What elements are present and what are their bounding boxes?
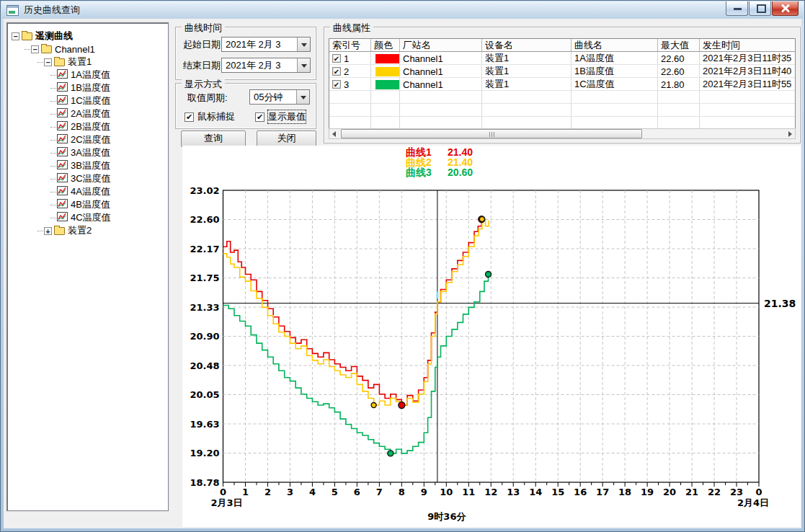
- max-cell: 22.60: [658, 65, 700, 77]
- query-button[interactable]: 查询: [181, 130, 246, 147]
- minimize-button[interactable]: [726, 1, 748, 16]
- x-tick-label: 20: [663, 487, 676, 497]
- window-title: 历史曲线查询: [24, 4, 80, 17]
- close-button[interactable]: [772, 1, 799, 16]
- x-tick-label: 14: [529, 487, 542, 497]
- tree-connector: [50, 127, 56, 128]
- curve-icon: [57, 121, 68, 133]
- legend-value: 21.40: [448, 157, 473, 167]
- table-row[interactable]: ✔1Channel1装置11A温度值22.602021年2月3日11时35: [329, 52, 795, 65]
- y-tick-label: 18.78: [190, 477, 219, 488]
- tree-item-4A温度值[interactable]: 4A温度值: [7, 185, 168, 198]
- start-date-value: 2021年 2月 3: [222, 38, 297, 51]
- x-tick-label: 6: [354, 487, 360, 497]
- crosshair-time-label: 9时36分: [427, 511, 466, 522]
- empty-cell: [658, 104, 700, 116]
- tree-item-1A温度值[interactable]: 1A温度值: [7, 68, 168, 81]
- color-swatch: [375, 80, 399, 89]
- show-extremes-label: 显示最值: [268, 110, 306, 123]
- crosshair-value-label: 21.38: [764, 298, 796, 309]
- grip-icon: [492, 132, 492, 137]
- tree-item-label: 1A温度值: [71, 68, 110, 81]
- start-date-dropdown-button[interactable]: [297, 37, 310, 51]
- period-combobox[interactable]: 05分钟: [249, 89, 310, 105]
- empty-cell: [700, 91, 796, 103]
- table-row[interactable]: ✔3Channel1装置11C温度值21.802021年2月3日11时55: [329, 78, 795, 91]
- scroll-right-button[interactable]: [785, 129, 795, 138]
- collapse-icon[interactable]: −: [44, 58, 52, 66]
- x-tick-label: 11: [462, 487, 475, 497]
- table-row-empty: [329, 91, 795, 104]
- column-header: 最大值: [658, 39, 700, 51]
- folder-icon: [54, 227, 65, 235]
- tree-item-1B温度值[interactable]: 1B温度值: [7, 81, 168, 94]
- tree-item-label: 1C温度值: [71, 94, 111, 107]
- tree-item-4C温度值[interactable]: 4C温度值: [7, 211, 168, 224]
- tree-item-2B温度值[interactable]: 2B温度值: [7, 120, 168, 133]
- collapse-icon[interactable]: −: [12, 32, 19, 40]
- scrollbar-thumb[interactable]: [341, 129, 642, 138]
- tree-item-3B温度值[interactable]: 3B温度值: [7, 159, 168, 172]
- curve-icon: [57, 82, 68, 94]
- row-checkbox[interactable]: ✔: [332, 80, 341, 89]
- tree-item-4B温度值[interactable]: 4B温度值: [7, 198, 168, 211]
- table-row[interactable]: ✔2Channel1装置11B温度值22.602021年2月3日11时40: [329, 65, 795, 78]
- start-date-combobox[interactable]: 2021年 2月 3: [221, 37, 311, 52]
- start-date-label: 起始日期: [183, 38, 221, 51]
- tree-connector: [37, 62, 43, 63]
- mouse-capture-checkbox[interactable]: ✔ 鼠标捕捉: [184, 110, 235, 123]
- tree-item-装置2[interactable]: +装置2: [7, 224, 168, 237]
- title-bar[interactable]: 历史曲线查询: [1, 1, 804, 19]
- curve-icon: [57, 160, 68, 172]
- index-cell: ✔2: [329, 65, 371, 77]
- tree-item-遥测曲线[interactable]: −遥测曲线: [7, 30, 168, 43]
- collapse-icon[interactable]: −: [31, 45, 39, 53]
- row-checkbox[interactable]: ✔: [332, 54, 341, 63]
- curve-properties-group-title: 曲线属性: [330, 22, 373, 35]
- curve-icon: [57, 134, 68, 146]
- y-tick-label: 19.20: [190, 448, 219, 458]
- x-tick-label: 7: [376, 487, 383, 497]
- end-date-dropdown-button[interactable]: [297, 58, 310, 72]
- scroll-left-button[interactable]: [329, 129, 339, 138]
- empty-cell: [571, 91, 658, 103]
- tree-item-3C温度值[interactable]: 3C温度值: [7, 172, 168, 185]
- y-tick-label: 21.33: [190, 302, 219, 313]
- curve-icon: [57, 173, 68, 185]
- date-label-left: 2月3日: [211, 497, 243, 508]
- folder-icon: [22, 32, 32, 40]
- maximize-button[interactable]: [749, 1, 771, 16]
- period-dropdown-button[interactable]: [296, 90, 309, 104]
- curve-properties-table[interactable]: 索引号颜色厂站名设备名曲线名最大值发生时间✔1Channel1装置11A温度值2…: [329, 38, 796, 130]
- tree-item-2A温度值[interactable]: 2A温度值: [7, 107, 168, 120]
- y-tick-label: 20.05: [190, 389, 219, 400]
- row-checkbox[interactable]: ✔: [332, 67, 341, 76]
- x-tick-label: 8: [399, 487, 405, 497]
- tree-item-装置1[interactable]: −装置1: [7, 56, 168, 68]
- arrow-left-icon: [332, 131, 336, 137]
- x-tick-label: 0: [755, 487, 762, 497]
- show-extremes-checkbox[interactable]: ✔ 显示最值: [255, 110, 306, 123]
- tree-item-1C温度值[interactable]: 1C温度值: [7, 94, 168, 107]
- column-header: 曲线名: [571, 39, 658, 51]
- column-header: 厂站名: [400, 39, 482, 51]
- table-horizontal-scrollbar[interactable]: [329, 128, 796, 139]
- empty-cell: [371, 91, 400, 103]
- tree-connector: [50, 166, 56, 167]
- curve-tree[interactable]: −遥测曲线−Channel1−装置11A温度值1B温度值1C温度值2A温度值2B…: [6, 22, 169, 511]
- tree-item-Channel1[interactable]: −Channel1: [7, 43, 168, 56]
- date-label-right: 2月4日: [737, 497, 769, 508]
- tree-item-2C温度值[interactable]: 2C温度值: [7, 133, 168, 146]
- end-date-combobox[interactable]: 2021年 2月 3: [221, 58, 311, 73]
- close-dialog-button[interactable]: 关闭: [257, 130, 316, 147]
- station-cell: Channel1: [400, 52, 482, 64]
- chart-legend: 曲线121.40曲线221.40曲线320.60: [406, 147, 473, 177]
- empty-cell: [371, 104, 400, 116]
- device-cell: 装置1: [482, 52, 571, 64]
- expand-icon[interactable]: +: [44, 227, 52, 235]
- history-curve-chart[interactable]: 23.0222.6022.1721.7521.3320.9020.4820.05…: [182, 146, 801, 527]
- curve-icon: [57, 108, 68, 120]
- client-area: −遥测曲线−Channel1−装置11A温度值1B温度值1C温度值2A温度值2B…: [4, 19, 801, 528]
- x-tick-label: 21: [685, 487, 698, 497]
- tree-item-3A温度值[interactable]: 3A温度值: [7, 146, 168, 159]
